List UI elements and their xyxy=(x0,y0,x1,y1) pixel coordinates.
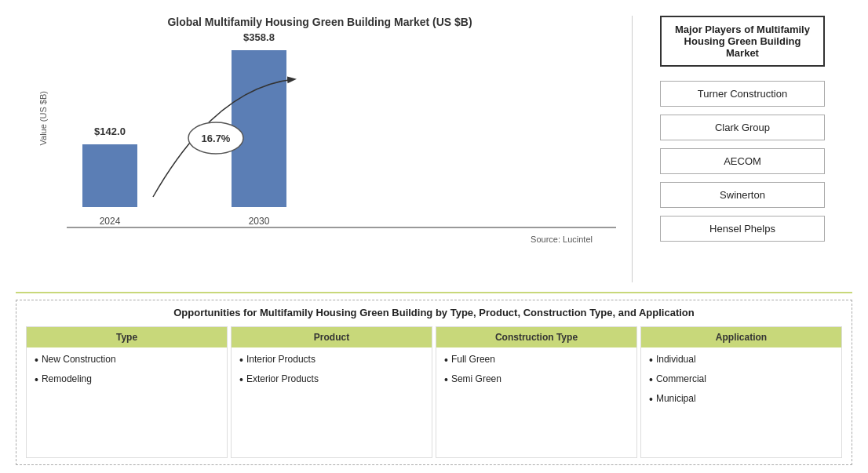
chart-area: Global Multifamily Housing Green Buildin… xyxy=(16,8,632,290)
bullet-icon: • xyxy=(649,373,653,387)
col-construction-body: • Full Green • Semi Green xyxy=(436,347,636,457)
bottom-columns: Type • New Construction • Remodeling Pro… xyxy=(26,326,842,458)
col-construction-type: Construction Type • Full Green • Semi Gr… xyxy=(436,326,637,458)
bar-value-2030: $358.8 xyxy=(243,31,275,43)
application-item-2: • Municipal xyxy=(649,393,833,406)
player-turner-construction: Turner Construction xyxy=(660,81,825,107)
player-hensel-phelps: Hensel Phelps xyxy=(660,216,825,242)
bullet-icon: • xyxy=(444,373,448,387)
bullet-icon: • xyxy=(239,373,243,387)
col-application: Application • Individual • Commercial • … xyxy=(640,326,842,458)
type-item-0: • New Construction xyxy=(35,354,219,367)
col-application-header: Application xyxy=(641,327,841,347)
chart-title: Global Multifamily Housing Green Buildin… xyxy=(167,16,472,28)
col-product-body: • Interior Products • Exterior Products xyxy=(232,347,432,457)
col-product: Product • Interior Products • Exterior P… xyxy=(231,326,432,458)
player-clark-group: Clark Group xyxy=(660,115,825,140)
bullet-icon: • xyxy=(239,354,243,367)
col-type-body: • New Construction • Remodeling xyxy=(27,347,227,457)
application-item-1: • Commercial xyxy=(649,373,833,387)
player-swinerton: Swinerton xyxy=(660,182,825,208)
bar-label-2024: 2024 xyxy=(100,216,121,227)
product-item-1: • Exterior Products xyxy=(239,373,424,387)
major-players-panel: Major Players of Multifamily Housing Gre… xyxy=(633,8,852,290)
bullet-icon: • xyxy=(649,354,653,367)
chart-inner: Value (US $B) xyxy=(24,40,616,228)
bottom-section: Opportunities for Multifamily Housing Gr… xyxy=(16,300,852,465)
col-construction-header: Construction Type xyxy=(436,327,636,347)
bullet-icon: • xyxy=(444,354,448,367)
col-product-header: Product xyxy=(232,327,432,347)
col-application-body: • Individual • Commercial • Municipal xyxy=(641,347,841,457)
y-axis-label: Value (US $B) xyxy=(38,91,48,146)
bullet-icon: • xyxy=(35,354,38,367)
main-container: Global Multifamily Housing Green Buildin… xyxy=(0,0,868,473)
application-item-0: • Individual xyxy=(649,354,833,367)
chart-source: Source: Lucintel xyxy=(531,235,593,244)
bullet-icon: • xyxy=(649,393,653,406)
bottom-title: Opportunities for Multifamily Housing Gr… xyxy=(26,307,842,318)
col-type: Type • New Construction • Remodeling xyxy=(26,326,228,458)
construction-item-0: • Full Green xyxy=(444,354,629,367)
top-section: Global Multifamily Housing Green Buildin… xyxy=(16,8,852,290)
bar-label-2030: 2030 xyxy=(249,216,270,227)
horizontal-divider xyxy=(16,292,852,293)
cagr-arrow-svg: 16.7% xyxy=(114,71,318,213)
bars-container: 16.7% $142.0 2024 $358.8 2030 xyxy=(67,71,616,228)
product-item-0: • Interior Products xyxy=(239,354,424,367)
construction-item-1: • Semi Green xyxy=(444,373,629,387)
player-aecom: AECOM xyxy=(660,148,825,174)
players-title: Major Players of Multifamily Housing Gre… xyxy=(660,16,825,67)
col-type-header: Type xyxy=(27,327,227,347)
svg-text:16.7%: 16.7% xyxy=(202,133,231,144)
bullet-icon: • xyxy=(35,373,38,387)
type-item-1: • Remodeling xyxy=(35,373,219,387)
